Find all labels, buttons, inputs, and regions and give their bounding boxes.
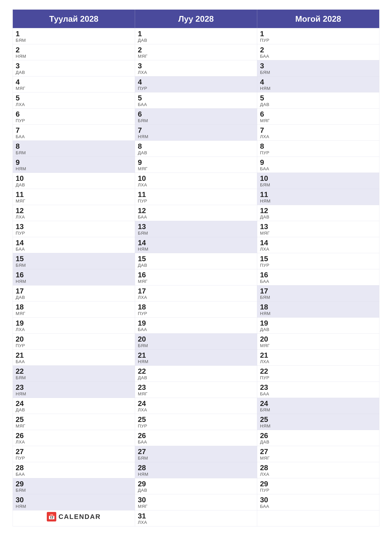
day-number: 10 [16, 174, 132, 183]
day-cell: 30БАА [257, 494, 379, 510]
day-number: 28 [138, 464, 254, 472]
day-cell: 4ПУР [135, 76, 257, 92]
day-row: 15БЯМ15ДАВ15ПУР [13, 253, 379, 269]
day-label: ПУР [16, 343, 132, 348]
day-label: БЯМ [16, 263, 132, 268]
day-number: 4 [16, 78, 132, 86]
day-number: 9 [138, 158, 254, 167]
day-label: ЛХА [260, 472, 376, 477]
day-cell: 8ДАВ [135, 141, 257, 157]
day-label: БЯМ [260, 295, 376, 300]
day-cell: 29ДАВ [135, 478, 257, 494]
day-number: 26 [138, 431, 254, 440]
day-label: НЯМ [16, 166, 132, 171]
day-cell: 13МЯГ [257, 221, 379, 237]
day-label: ЛХА [138, 520, 254, 525]
day-number: 30 [16, 496, 132, 504]
day-label: ЛХА [260, 134, 376, 139]
day-number: 13 [16, 223, 132, 231]
day-row: 13ПУР13БЯМ13МЯГ [13, 221, 379, 237]
day-label: БАА [138, 327, 254, 332]
day-label: МЯГ [16, 86, 132, 91]
day-number: 10 [260, 174, 376, 183]
day-cell: 16МЯГ [135, 269, 257, 285]
day-label: НЯМ [16, 391, 132, 396]
day-number: 21 [138, 351, 254, 359]
day-label: БЯМ [260, 70, 376, 75]
day-number: 8 [138, 142, 254, 150]
day-label: БАА [138, 215, 254, 219]
day-row: 4МЯГ4ПУР4НЯМ [13, 76, 379, 92]
day-row: 10ДАВ10ЛХА10БЯМ [13, 173, 379, 189]
day-cell: 1ПУР [257, 28, 379, 44]
day-label: БАА [260, 504, 376, 509]
day-cell: 10БЯМ [257, 173, 379, 189]
day-cell: 3ДАВ [13, 60, 135, 76]
day-cell: 20ПУР [13, 334, 135, 350]
day-row: 23НЯМ23МЯГ23БАА [13, 382, 379, 398]
day-number: 16 [138, 271, 254, 279]
day-number: 6 [260, 110, 376, 118]
day-cell: 19ЛХА [13, 317, 135, 334]
day-number: 11 [138, 190, 254, 198]
day-cell: 10ДАВ [13, 173, 135, 189]
day-label: МЯГ [260, 343, 376, 348]
day-cell: 26ЛХА [13, 430, 135, 446]
day-label: МЯГ [138, 391, 254, 396]
day-label: ДАВ [138, 375, 254, 380]
day-cell: 30НЯМ [13, 494, 135, 510]
day-cell: 24ЛХА [135, 398, 257, 414]
day-cell: 4НЯМ [257, 76, 379, 92]
day-label: МЯГ [138, 504, 254, 509]
day-number: 24 [16, 400, 132, 408]
day-cell: 3БЯМ [257, 60, 379, 76]
day-label: ПУР [138, 311, 254, 316]
day-number: 29 [16, 480, 132, 488]
day-cell: 16НЯМ [13, 269, 135, 285]
day-label: МЯГ [16, 424, 132, 429]
day-number: 23 [138, 383, 254, 391]
day-number: 23 [16, 383, 132, 391]
day-cell: 6БЯМ [135, 108, 257, 124]
day-row: 12ЛХА12БАА12ДАВ [13, 205, 379, 221]
day-label: НЯМ [138, 359, 254, 364]
day-cell: 5ДАВ [257, 92, 379, 109]
day-label: ДАВ [16, 295, 132, 300]
day-row: 1БЯМ1ДАВ1ПУР [13, 28, 379, 44]
day-label: ДАВ [260, 102, 376, 107]
day-label: МЯГ [16, 198, 132, 204]
day-cell: 30МЯГ [135, 494, 257, 510]
day-number: 3 [260, 62, 376, 70]
day-label: БЯМ [138, 231, 254, 236]
day-number: 20 [16, 335, 132, 343]
day-cell: 28НЯМ [135, 462, 257, 478]
day-cell: 1ДАВ [135, 28, 257, 44]
day-number: 19 [16, 319, 132, 327]
day-label: БЯМ [138, 343, 254, 348]
day-cell: 11НЯМ [257, 189, 379, 205]
day-label: ЛХА [16, 439, 132, 445]
day-number: 9 [260, 158, 376, 167]
footer-logo: 📅CALENDAR [16, 512, 132, 521]
day-label: БЯМ [138, 456, 254, 461]
day-label: ЛХА [16, 102, 132, 107]
day-cell: 7БАА [13, 124, 135, 141]
day-number: 28 [16, 464, 132, 472]
day-label: ДАВ [260, 327, 376, 332]
day-cell: 18ПУР [135, 301, 257, 318]
day-number: 6 [138, 110, 254, 118]
day-number: 28 [260, 464, 376, 472]
day-label: МЯГ [260, 231, 376, 236]
day-cell: 8ПУР [257, 141, 379, 157]
day-cell: 18МЯГ [13, 301, 135, 318]
day-cell: 28ЛХА [257, 462, 379, 478]
day-row: 5ЛХА5БАА5ДАВ [13, 92, 379, 109]
day-number: 23 [260, 383, 376, 391]
day-number: 18 [16, 303, 132, 311]
day-cell: 22ПУР [257, 366, 379, 382]
day-row: 3ДАВ3ЛХА3БЯМ [13, 60, 379, 76]
day-row: 18МЯГ18ПУР18НЯМ [13, 301, 379, 318]
header-month-1: Туулай 2028 [13, 10, 135, 28]
day-number: 1 [16, 30, 132, 38]
day-cell: 12ЛХА [13, 205, 135, 221]
